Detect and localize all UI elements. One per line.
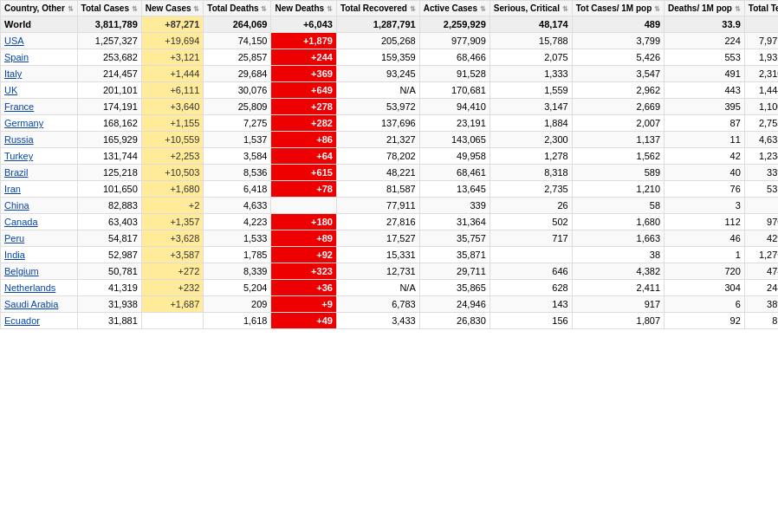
cell-country[interactable]: France — [1, 99, 78, 115]
cell-total-tests: 2,755,770 — [744, 115, 778, 132]
cell-total-tests: 429,458 — [744, 230, 778, 247]
cell-total-tests: 243,277 — [744, 280, 778, 296]
table-row: India52,987+3,5871,785+9215,33135,871381… — [1, 247, 779, 263]
table-row: China82,883+24,63377,91133926583 — [1, 198, 779, 214]
cell-total-tests: 1,276,781 — [744, 247, 778, 263]
cell-country[interactable]: Brazil — [1, 165, 78, 181]
cell-total-tests: 970,510 — [744, 214, 778, 230]
sort-icon-deaths-1m: ⇅ — [735, 5, 741, 13]
th-total-cases[interactable]: Total Cases ⇅ — [77, 1, 141, 16]
th-new-deaths[interactable]: New Deaths ⇅ — [271, 1, 336, 16]
cell-total-tests — [744, 198, 778, 214]
cell-deaths-1m: 6 — [665, 296, 745, 313]
cell-new-deaths: +86 — [271, 132, 336, 148]
country-link[interactable]: France — [4, 101, 34, 112]
country-link[interactable]: Germany — [4, 118, 43, 128]
country-link[interactable]: Belgium — [4, 266, 39, 276]
cell-country[interactable]: Netherlands — [1, 280, 78, 296]
cell-serious-critical: 2,075 — [489, 49, 572, 66]
cell-country[interactable]: Saudi Arabia — [1, 296, 78, 313]
cell-total-cases: 253,682 — [77, 49, 141, 66]
country-link[interactable]: Russia — [4, 134, 34, 145]
cell-serious-critical: 646 — [489, 263, 572, 280]
cell-deaths-1m: 112 — [665, 214, 745, 230]
country-link[interactable]: India — [4, 250, 25, 260]
cell-total-recovered: 137,696 — [336, 115, 419, 132]
cell-country[interactable]: Iran — [1, 181, 78, 198]
country-link[interactable]: Spain — [4, 52, 29, 62]
cell-serious-critical: 1,559 — [489, 82, 572, 99]
table-row: USA1,257,327+19,69474,150+1,879205,26897… — [1, 33, 779, 49]
cell-serious-critical: 628 — [489, 280, 572, 296]
cell-deaths-1m: 11 — [665, 132, 745, 148]
cell-country[interactable]: Russia — [1, 132, 78, 148]
sort-icon-serious-critical: ⇅ — [562, 5, 568, 13]
cell-total-tests: 1,448,010 — [744, 82, 778, 99]
th-deaths-1m[interactable]: Deaths/ 1M pop ⇅ — [665, 1, 745, 16]
cell-active-cases: 23,191 — [419, 115, 489, 132]
cell-new-deaths: +89 — [271, 230, 336, 247]
cell-total-tests: 1,932,455 — [744, 49, 778, 66]
cell-new-deaths: +78 — [271, 181, 336, 198]
cell-deaths-1m: 3 — [665, 198, 745, 214]
cell-country[interactable]: Belgium — [1, 263, 78, 280]
th-tot-cases-1m[interactable]: Tot Cases/ 1M pop ⇅ — [572, 1, 664, 16]
cell-country[interactable]: Ecuador — [1, 313, 78, 329]
cell-tot-cases-1m: 1,137 — [572, 132, 664, 148]
th-total-deaths[interactable]: Total Deaths ⇅ — [204, 1, 271, 16]
th-serious-critical[interactable]: Serious, Critical ⇅ — [489, 1, 572, 16]
cell-deaths-1m: 720 — [665, 263, 745, 280]
cell-total-recovered: N/A — [336, 82, 419, 99]
cell-country[interactable]: Germany — [1, 115, 78, 132]
cell-country[interactable]: China — [1, 198, 78, 214]
cell-country[interactable]: USA — [1, 33, 78, 49]
country-link[interactable]: Brazil — [4, 167, 29, 178]
cell-country[interactable]: Turkey — [1, 148, 78, 165]
cell-new-deaths: +323 — [271, 263, 336, 280]
th-total-tests[interactable]: Total Tests ⇅ — [744, 1, 778, 16]
cell-total-cases: 31,938 — [77, 296, 141, 313]
cell-country[interactable]: UK — [1, 82, 78, 99]
cell-country[interactable]: India — [1, 247, 78, 263]
country-link[interactable]: China — [4, 200, 29, 211]
cell-total-cases: 52,987 — [77, 247, 141, 263]
cell-country[interactable]: Spain — [1, 49, 78, 66]
th-total-recovered[interactable]: Total Recovered ⇅ — [336, 1, 419, 16]
country-link[interactable]: Iran — [4, 184, 21, 194]
cell-total-deaths: 209 — [204, 296, 271, 313]
cell-country[interactable]: Canada — [1, 214, 78, 230]
cell-country[interactable]: Italy — [1, 66, 78, 82]
table-row: Italy214,457+1,44429,684+36993,24591,528… — [1, 66, 779, 82]
cell-total-tests: 389,659 — [744, 296, 778, 313]
sort-icon-total-deaths: ⇅ — [261, 5, 267, 13]
cell-new-cases: +272 — [141, 263, 204, 280]
cell-tot-cases-1m: 58 — [572, 198, 664, 214]
th-new-cases[interactable]: New Cases ⇅ — [141, 1, 204, 16]
cell-deaths-1m: 553 — [665, 49, 745, 66]
cell-deaths-1m: 491 — [665, 66, 745, 82]
cell-total-tests: 1,234,724 — [744, 148, 778, 165]
cell-tot-cases-1m: 1,562 — [572, 148, 664, 165]
country-link[interactable]: USA — [4, 36, 24, 46]
country-link[interactable]: Peru — [4, 233, 24, 243]
th-active-cases[interactable]: Active Cases ⇅ — [419, 1, 489, 16]
country-link[interactable]: Netherlands — [4, 282, 55, 293]
table-row: Iran101,650+1,6806,418+7881,58713,6452,7… — [1, 181, 779, 198]
sort-icon-total-recovered: ⇅ — [410, 5, 416, 13]
cell-tot-cases-1m: 2,411 — [572, 280, 664, 296]
country-link[interactable]: Canada — [4, 217, 38, 227]
cell-tot-cases-1m: 917 — [572, 296, 664, 313]
cell-deaths-1m: 33.9 — [665, 16, 745, 33]
cell-total-cases: 174,191 — [77, 99, 141, 115]
cell-serious-critical: 717 — [489, 230, 572, 247]
country-link[interactable]: UK — [4, 85, 17, 95]
th-country[interactable]: Country, Other ⇅ — [1, 1, 78, 16]
cell-total-deaths: 8,536 — [204, 165, 271, 181]
country-link[interactable]: Ecuador — [4, 315, 40, 326]
cell-serious-critical: 48,174 — [489, 16, 572, 33]
country-link[interactable]: Saudi Arabia — [4, 299, 58, 309]
cell-total-deaths: 8,339 — [204, 263, 271, 280]
cell-country[interactable]: Peru — [1, 230, 78, 247]
country-link[interactable]: Turkey — [4, 151, 33, 161]
country-link[interactable]: Italy — [4, 68, 22, 79]
